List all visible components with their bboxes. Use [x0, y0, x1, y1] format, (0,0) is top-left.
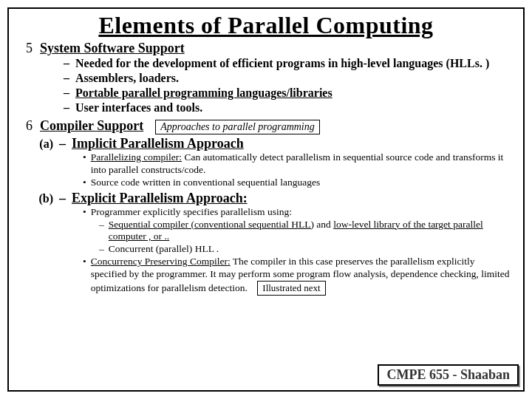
list-text: Assemblers, loaders. [75, 71, 179, 86]
subsection-a-row: (a) – Implicit Parallelism Approach [35, 136, 513, 151]
section-5-list: – Needed for the development of efficien… [64, 56, 513, 115]
bullet-lead: Concurrency Preserving Compiler: [91, 256, 231, 267]
list-item: – Concurrent (parallel) HLL . [99, 243, 513, 256]
bullet-item: • Concurrency Preserving Compiler: The c… [83, 256, 513, 296]
bullet-icon: • [83, 177, 86, 189]
dash-icon: – [99, 219, 104, 244]
footer-course-badge: CMPE 655 - Shaaban [378, 364, 519, 386]
subsection-b-label: (b) [35, 192, 53, 205]
bullet-icon: • [83, 206, 86, 219]
subsection-b-row: (b) – Explicit Parallelism Approach: [35, 191, 513, 206]
subsection-b-bullets: • Programmer explicitly specifies parall… [83, 206, 513, 296]
section-5-heading: System Software Support [40, 41, 185, 56]
subsection-a-label: (a) [35, 137, 53, 151]
list-item: – User interfaces and tools. [64, 100, 513, 115]
slide-frame: Elements of Parallel Computing 5 System … [7, 7, 525, 392]
bullet-text: Programmer explicitly specifies parallel… [91, 206, 292, 219]
dash-icon: – [99, 243, 104, 256]
list-item: – Portable parallel programming language… [64, 86, 513, 100]
list-text: Concurrent (parallel) HLL . [109, 243, 219, 256]
bullet-text: Concurrency Preserving Compiler: The com… [91, 256, 513, 296]
bullet-text: Source code written in conventional sequ… [91, 177, 320, 189]
section-6-number: 6 [19, 118, 33, 134]
bullet-item: • Parallelizing compiler: Can automatica… [83, 151, 513, 177]
list-text: User interfaces and tools. [75, 100, 202, 115]
list-item: – Assemblers, loaders. [64, 71, 513, 86]
dash-icon: – [64, 56, 69, 71]
list-item: – Sequential compiler (conventional sequ… [99, 219, 513, 244]
dash-icon: – [59, 191, 66, 206]
text-underlined: Sequential compiler (conventional sequen… [109, 219, 314, 230]
dash-icon: – [59, 136, 66, 151]
bullet-icon: • [83, 151, 86, 177]
section-6-heading: Compiler Support [40, 118, 143, 134]
dash-icon: – [64, 100, 69, 115]
slide-title: Elements of Parallel Computing [19, 12, 513, 39]
subsection-a-heading: Implicit Parallelism Approach [72, 136, 244, 151]
section-5-number: 5 [19, 41, 33, 56]
section-5-row: 5 System Software Support [19, 41, 513, 56]
list-item: – Needed for the development of efficien… [64, 56, 513, 71]
section-6-row: 6 Compiler Support Approaches to paralle… [19, 118, 513, 134]
dash-icon: – [64, 86, 69, 100]
subsection-b-heading: Explicit Parallelism Approach: [72, 191, 248, 206]
list-text: Sequential compiler (conventional sequen… [109, 219, 513, 244]
bullet-item: • Programmer explicitly specifies parall… [83, 206, 513, 219]
text-mid: and [314, 219, 333, 230]
bullet-text: Parallelizing compiler: Can automaticall… [91, 151, 513, 177]
dash-icon: – [64, 71, 69, 86]
approaches-note-box: Approaches to parallel programming [155, 120, 320, 134]
nested-list: – Sequential compiler (conventional sequ… [99, 219, 513, 256]
bullet-item: • Source code written in conventional se… [83, 177, 513, 189]
bullet-icon: • [83, 256, 86, 296]
illustrated-next-box: Illustrated next [257, 281, 325, 296]
bullet-lead: Parallelizing compiler: [91, 151, 182, 163]
list-text: Portable parallel programming languages/… [75, 86, 332, 100]
list-text: Needed for the development of efficient … [75, 56, 489, 71]
subsection-a-bullets: • Parallelizing compiler: Can automatica… [83, 151, 513, 189]
